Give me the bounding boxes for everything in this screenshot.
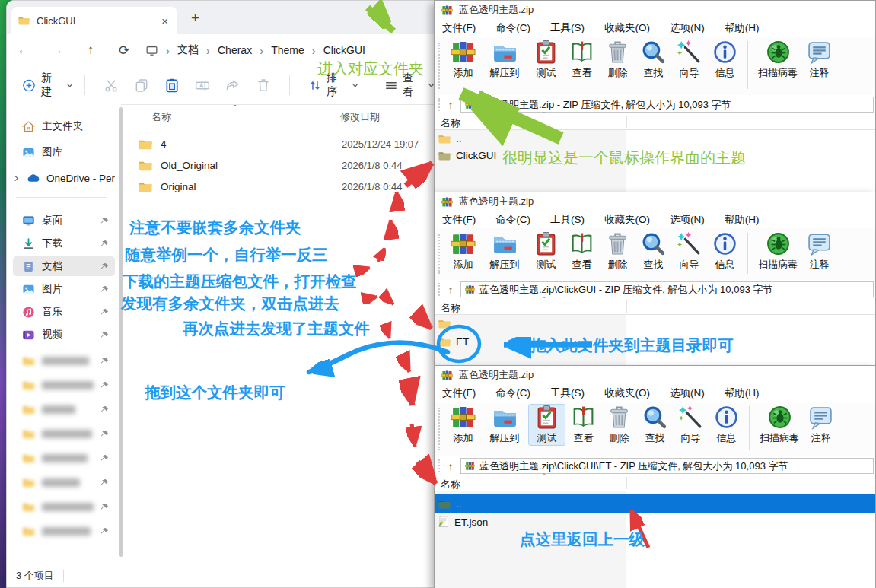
file-row-original[interactable]: Original 2026/1/8 0:44 (129, 176, 425, 197)
archive-address-bar[interactable]: 蓝色透明主题.zip\ClickGUI - ZIP 压缩文件, 解包大小为 10… (460, 281, 874, 297)
tool-comment[interactable]: 注释 (803, 405, 839, 445)
menu-commands[interactable]: 命令(C) (495, 213, 530, 227)
tab-close-icon[interactable]: × (158, 14, 171, 27)
up-level-button[interactable]: ↑ (441, 284, 460, 296)
tool-comment[interactable]: 注释 (801, 40, 837, 80)
tool-test[interactable]: 测试 (528, 231, 564, 272)
tool-find[interactable]: 查找 (635, 40, 671, 80)
menu-tools[interactable]: 工具(S) (550, 213, 585, 227)
menu-options[interactable]: 选项(N) (670, 21, 705, 35)
menu-file[interactable]: 文件(F) (442, 213, 476, 227)
tool-delete[interactable]: 删除 (600, 40, 635, 80)
tool-view[interactable]: 查看 (565, 405, 601, 445)
tool-info[interactable]: 信息 (707, 231, 743, 272)
new-button[interactable]: 新建 (22, 72, 74, 99)
tool-virus-scan[interactable]: 扫描病毒 (754, 40, 801, 80)
menu-commands[interactable]: 命令(C) (495, 21, 530, 35)
blurred-folder-item[interactable] (13, 351, 115, 370)
tool-add[interactable]: 添加 (445, 40, 481, 80)
tool-virus-scan[interactable]: 扫描病毒 (756, 405, 803, 445)
file-row-4[interactable]: 4 2025/12/24 19:07 (129, 133, 425, 154)
sidebar-item-documents[interactable]: 文档 (13, 256, 115, 276)
menu-tools[interactable]: 工具(S) (550, 386, 585, 400)
menu-commands[interactable]: 命令(C) (495, 386, 530, 400)
paste-icon[interactable] (164, 78, 180, 94)
tool-wizard[interactable]: 向导 (673, 405, 709, 445)
explorer-tab-clickgui[interactable]: ClickGUI × (11, 7, 177, 34)
chevron-right-icon[interactable] (13, 175, 20, 182)
menu-favorites[interactable]: 收藏夹(O) (604, 213, 650, 227)
tool-view[interactable]: 查看 (564, 231, 600, 272)
sidebar-item-music[interactable]: 音乐 (13, 302, 115, 322)
delete-icon[interactable] (256, 78, 271, 94)
breadcrumb-theme[interactable]: Theme (271, 44, 304, 56)
tool-find[interactable]: 查找 (635, 231, 671, 272)
tool-extract-to[interactable]: 解压到 (481, 405, 528, 445)
sidebar-item-videos[interactable]: 视频 (13, 325, 115, 345)
menu-file[interactable]: 文件(F) (442, 21, 476, 35)
column-name[interactable]: 名称 (441, 116, 460, 130)
sidebar-item-downloads[interactable]: 下载 (13, 234, 115, 253)
row-parent-dir[interactable]: .. (435, 130, 875, 147)
tool-wizard[interactable]: 向导 (671, 231, 707, 272)
blurred-folder-item[interactable] (13, 375, 115, 395)
column-name[interactable]: 名称 (441, 478, 460, 491)
blurred-folder-item[interactable] (13, 424, 115, 443)
sidebar-item-gallery[interactable]: 图库 (13, 142, 115, 162)
breadcrumb-clickgui[interactable]: ClickGUI (323, 44, 365, 56)
up-button[interactable]: ↑ (74, 43, 107, 58)
up-level-button[interactable]: ↑ (441, 460, 460, 472)
new-tab-button[interactable]: + (191, 10, 199, 27)
blurred-folder-item[interactable] (13, 472, 115, 492)
blurred-folder-item[interactable] (13, 399, 115, 419)
menu-favorites[interactable]: 收藏夹(O) (604, 21, 650, 35)
tool-virus-scan[interactable]: 扫描病毒 (754, 231, 801, 272)
tool-add[interactable]: 添加 (445, 231, 481, 272)
tool-extract-to[interactable]: 解压到 (481, 231, 528, 272)
tool-info[interactable]: 信息 (709, 405, 744, 445)
winrar-title-bar[interactable]: 蓝色透明主题.zip (435, 1, 875, 19)
menu-help[interactable]: 帮助(H) (725, 21, 760, 35)
row-parent-dir[interactable]: .. (435, 315, 875, 332)
sidebar-item-home[interactable]: 主文件夹 (13, 116, 115, 136)
row-parent-dir-selected[interactable]: .. (435, 494, 875, 513)
tool-info[interactable]: 信息 (707, 40, 743, 80)
column-name[interactable]: 名称 (151, 110, 171, 124)
blurred-folder-item[interactable] (13, 448, 115, 468)
menu-help[interactable]: 帮助(H) (725, 386, 760, 400)
copy-icon[interactable] (134, 78, 149, 94)
tool-extract-to[interactable]: 解压到 (481, 40, 528, 80)
view-button[interactable]: 查看 (384, 72, 435, 99)
file-row-old-original[interactable]: Old_Original 2026/1/8 0:44 (129, 154, 425, 176)
menu-tools[interactable]: 工具(S) (550, 21, 585, 35)
winrar-title-bar[interactable]: 蓝色透明主题.zip (435, 192, 875, 211)
sidebar-scrollbar[interactable] (119, 107, 123, 557)
tool-find[interactable]: 查找 (637, 405, 673, 445)
archive-address-bar[interactable]: 蓝色透明主题.zip - ZIP 压缩文件, 解包大小为 10,093 字节 (460, 97, 874, 113)
blurred-folder-item[interactable] (13, 497, 115, 516)
menu-options[interactable]: 选项(N) (670, 386, 705, 400)
tool-comment[interactable]: 注释 (801, 231, 837, 272)
this-pc-icon[interactable] (145, 44, 158, 57)
up-level-button[interactable]: ↑ (441, 99, 460, 111)
tool-view[interactable]: 查看 (564, 40, 600, 80)
tool-add[interactable]: 添加 (445, 405, 481, 445)
menu-file[interactable]: 文件(F) (442, 386, 476, 400)
tool-delete[interactable]: 删除 (601, 405, 637, 445)
tool-wizard[interactable]: 向导 (671, 40, 707, 80)
sort-button[interactable]: 排序 (308, 72, 358, 99)
menu-favorites[interactable]: 收藏夹(O) (604, 386, 650, 400)
row-clickgui-folder[interactable]: ClickGUI (435, 147, 875, 164)
row-et-json[interactable]: ET.json (435, 513, 875, 531)
sidebar-item-desktop[interactable]: 桌面 (13, 211, 115, 230)
sidebar-item-pictures[interactable]: 图片 (13, 279, 115, 299)
tool-delete[interactable]: 删除 (600, 231, 635, 272)
archive-address-bar[interactable]: 蓝色透明主题.zip\ClickGUI\ET - ZIP 压缩文件, 解包大小为… (460, 458, 874, 474)
share-icon[interactable] (225, 78, 241, 94)
blurred-folder-item[interactable] (13, 521, 115, 541)
column-date[interactable]: 修改日期 (340, 110, 380, 124)
row-et-folder[interactable]: ET (435, 332, 875, 351)
refresh-button[interactable]: ⟳ (107, 43, 141, 59)
tool-test[interactable]: 测试 (528, 40, 564, 80)
back-button[interactable]: ← (7, 43, 40, 58)
